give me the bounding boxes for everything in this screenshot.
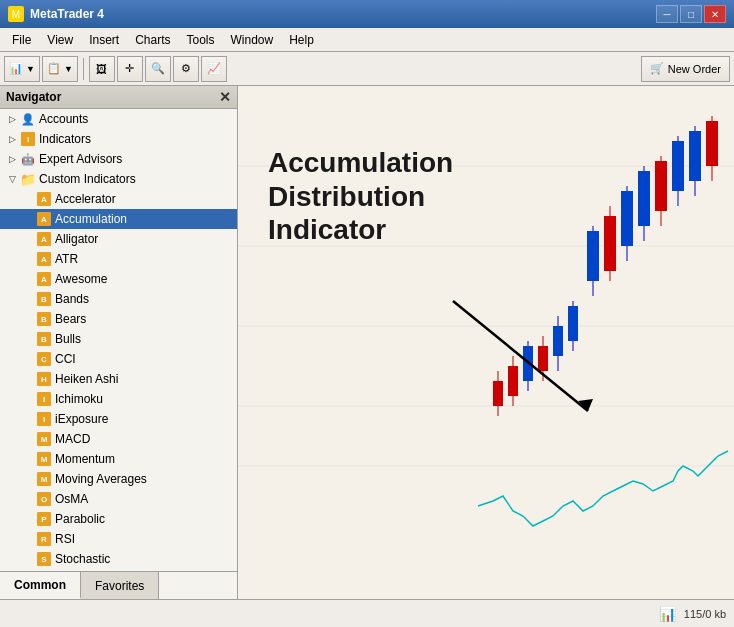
ea-icon: 🤖 bbox=[20, 151, 36, 167]
accounts-icon: 👤 bbox=[20, 111, 36, 127]
menu-window[interactable]: Window bbox=[223, 31, 282, 49]
tab-common[interactable]: Common bbox=[0, 572, 81, 599]
tree-alligator[interactable]: A Alligator bbox=[0, 229, 237, 249]
tree-expert-advisors[interactable]: ▷ 🤖 Expert Advisors bbox=[0, 149, 237, 169]
tab-favorites[interactable]: Favorites bbox=[81, 572, 159, 599]
close-button[interactable]: ✕ bbox=[704, 5, 726, 23]
profiles-icon: 🖼 bbox=[96, 63, 107, 75]
svg-rect-7 bbox=[493, 381, 503, 406]
status-info: 115/0 kb bbox=[684, 608, 726, 620]
tree-accumulation[interactable]: A Accumulation bbox=[0, 209, 237, 229]
ea-expander: ▷ bbox=[4, 151, 20, 167]
tree-heiken[interactable]: H Heiken Ashi bbox=[0, 369, 237, 389]
menu-tools[interactable]: Tools bbox=[179, 31, 223, 49]
main-area: Navigator ✕ ▷ 👤 Accounts ▷ i Indicators … bbox=[0, 86, 734, 599]
annotation-line1: Accumulation bbox=[268, 146, 453, 180]
toolbar-btn-5[interactable]: 🔍 bbox=[145, 56, 171, 82]
toolbar-separator-1 bbox=[83, 58, 84, 80]
properties-icon: ⚙ bbox=[181, 62, 191, 75]
bears-icon: B bbox=[36, 311, 52, 327]
accelerator-label: Accelerator bbox=[55, 192, 116, 206]
tree-cci[interactable]: C CCI bbox=[0, 349, 237, 369]
tree-momentum[interactable]: M Momentum bbox=[0, 449, 237, 469]
new-order-button[interactable]: 🛒 New Order bbox=[641, 56, 730, 82]
navigator-title: Navigator bbox=[6, 90, 61, 104]
tree-awesome[interactable]: A Awesome bbox=[0, 269, 237, 289]
svg-rect-9 bbox=[508, 366, 518, 396]
osma-icon: O bbox=[36, 491, 52, 507]
svg-rect-33 bbox=[706, 121, 718, 166]
toolbar-btn-6[interactable]: ⚙ bbox=[173, 56, 199, 82]
iexposure-expander bbox=[20, 411, 36, 427]
atr-icon: A bbox=[36, 251, 52, 267]
svg-rect-27 bbox=[655, 161, 667, 211]
menu-file[interactable]: File bbox=[4, 31, 39, 49]
tree-bands[interactable]: B Bands bbox=[0, 289, 237, 309]
tree-accelerator[interactable]: A Accelerator bbox=[0, 189, 237, 209]
ma-expander bbox=[20, 471, 36, 487]
cci-icon: C bbox=[36, 351, 52, 367]
alligator-label: Alligator bbox=[55, 232, 98, 246]
tab-common-label: Common bbox=[14, 578, 66, 592]
window-title: MetaTrader 4 bbox=[30, 7, 104, 21]
title-controls: ─ □ ✕ bbox=[656, 5, 726, 23]
indicators-icon: i bbox=[20, 131, 36, 147]
bulls-expander bbox=[20, 331, 36, 347]
svg-rect-21 bbox=[604, 216, 616, 271]
template-icon: 📋 bbox=[47, 62, 61, 75]
minimize-button[interactable]: ─ bbox=[656, 5, 678, 23]
toolbar-btn-2[interactable]: 📋▼ bbox=[42, 56, 78, 82]
indicators-expander: ▷ bbox=[4, 131, 20, 147]
tree-rsi[interactable]: R RSI bbox=[0, 529, 237, 549]
tree-custom-indicators[interactable]: ▽ 📁 Custom Indicators bbox=[0, 169, 237, 189]
osma-label: OsMA bbox=[55, 492, 88, 506]
tree-bears[interactable]: B Bears bbox=[0, 309, 237, 329]
rsi-label: RSI bbox=[55, 532, 75, 546]
toolbar: 📊▼ 📋▼ 🖼 ✛ 🔍 ⚙ 📈 🛒 New Order bbox=[0, 52, 734, 86]
menu-insert[interactable]: Insert bbox=[81, 31, 127, 49]
awesome-expander bbox=[20, 271, 36, 287]
navigator-tabs: Common Favorites bbox=[0, 571, 237, 599]
momentum-label: Momentum bbox=[55, 452, 115, 466]
maximize-button[interactable]: □ bbox=[680, 5, 702, 23]
tree-parabolic[interactable]: P Parabolic bbox=[0, 509, 237, 529]
accumulation-label: Accumulation bbox=[55, 212, 127, 226]
tree-ichimoku[interactable]: I Ichimoku bbox=[0, 389, 237, 409]
tree-atr[interactable]: A ATR bbox=[0, 249, 237, 269]
parabolic-label: Parabolic bbox=[55, 512, 105, 526]
tree-stochastic[interactable]: S Stochastic bbox=[0, 549, 237, 569]
svg-rect-31 bbox=[689, 131, 701, 181]
custom-label: Custom Indicators bbox=[39, 172, 136, 186]
iexposure-label: iExposure bbox=[55, 412, 108, 426]
toolbar-btn-1[interactable]: 📊▼ bbox=[4, 56, 40, 82]
parabolic-expander bbox=[20, 511, 36, 527]
tree-moving-avg[interactable]: M Moving Averages bbox=[0, 469, 237, 489]
toolbar-btn-3[interactable]: 🖼 bbox=[89, 56, 115, 82]
navigator-tree[interactable]: ▷ 👤 Accounts ▷ i Indicators ▷ 🤖 Expert A… bbox=[0, 109, 237, 571]
menu-charts[interactable]: Charts bbox=[127, 31, 178, 49]
cci-label: CCI bbox=[55, 352, 76, 366]
status-bar: 📊 115/0 kb bbox=[0, 599, 734, 627]
tree-indicators[interactable]: ▷ i Indicators bbox=[0, 129, 237, 149]
toolbar-btn-7[interactable]: 📈 bbox=[201, 56, 227, 82]
ichimoku-label: Ichimoku bbox=[55, 392, 103, 406]
iexposure-icon: I bbox=[36, 411, 52, 427]
tree-accounts[interactable]: ▷ 👤 Accounts bbox=[0, 109, 237, 129]
tree-macd[interactable]: M MACD bbox=[0, 429, 237, 449]
tree-bulls[interactable]: B Bulls bbox=[0, 329, 237, 349]
ma-icon: M bbox=[36, 471, 52, 487]
accelerator-icon: A bbox=[36, 191, 52, 207]
navigator-close-button[interactable]: ✕ bbox=[219, 89, 231, 105]
annotation-text: Accumulation Distribution Indicator bbox=[268, 146, 453, 247]
toolbar-btn-4[interactable]: ✛ bbox=[117, 56, 143, 82]
ichimoku-icon: I bbox=[36, 391, 52, 407]
menu-help[interactable]: Help bbox=[281, 31, 322, 49]
stochastic-icon: S bbox=[36, 551, 52, 567]
svg-rect-13 bbox=[538, 346, 548, 371]
tree-iexposure[interactable]: I iExposure bbox=[0, 409, 237, 429]
menu-view[interactable]: View bbox=[39, 31, 81, 49]
indicators-icon: 📈 bbox=[207, 62, 221, 75]
tree-osma[interactable]: O OsMA bbox=[0, 489, 237, 509]
bulls-label: Bulls bbox=[55, 332, 81, 346]
tab-favorites-label: Favorites bbox=[95, 579, 144, 593]
